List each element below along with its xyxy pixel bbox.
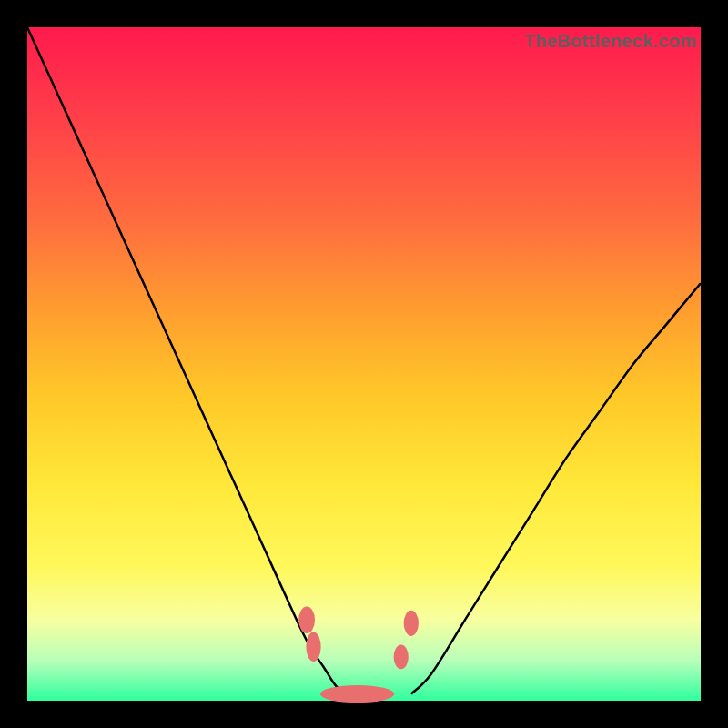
right-upper-blob	[404, 611, 419, 636]
bottom-blob	[320, 685, 394, 703]
curve-right-branch	[411, 283, 701, 693]
curve-left-branch	[27, 27, 350, 694]
chart-frame: TheBottleneck.com	[0, 0, 728, 728]
right-lower-blob	[394, 645, 409, 670]
left-lower-blob	[306, 632, 320, 662]
left-upper-blob	[298, 606, 315, 633]
plot-area: TheBottleneck.com	[27, 27, 701, 701]
marker-group	[298, 606, 419, 703]
curves-svg	[27, 27, 701, 701]
